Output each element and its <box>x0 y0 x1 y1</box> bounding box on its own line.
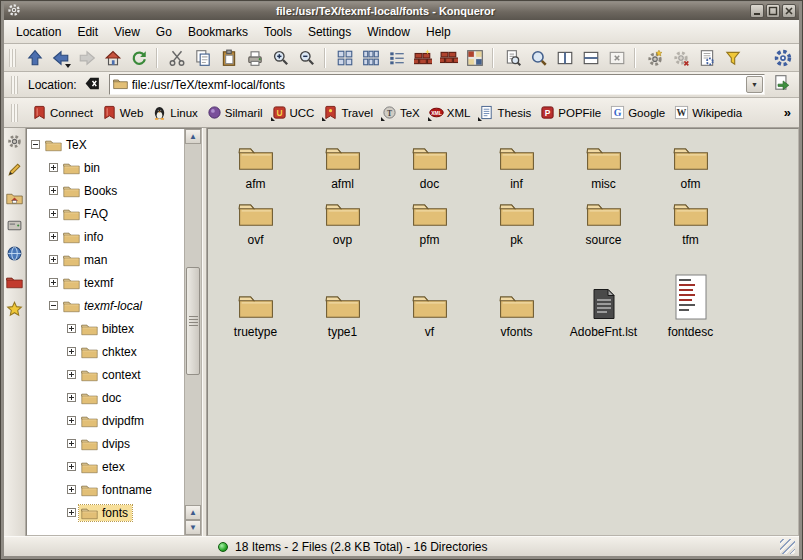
tree-item-etex[interactable]: etex <box>27 455 184 478</box>
find-file-button[interactable] <box>500 45 525 70</box>
toolbar-drag-handle[interactable] <box>11 104 18 122</box>
menu-help[interactable]: Help <box>418 21 459 43</box>
scrollbar-track[interactable] <box>185 144 201 505</box>
menu-view[interactable]: View <box>106 21 148 43</box>
bookmarks-overflow-chevron[interactable]: » <box>782 105 793 120</box>
copy-button[interactable] <box>190 45 215 70</box>
font-size-up-button[interactable] <box>410 45 435 70</box>
folder-item-vfonts[interactable]: vfonts <box>473 247 560 339</box>
bookmark-wikipedia[interactable]: WWikipedia <box>674 105 742 120</box>
folder-item-misc[interactable]: misc <box>560 135 647 191</box>
menu-settings[interactable]: Settings <box>300 21 359 43</box>
scroll-up-button[interactable]: ▲ <box>185 505 201 520</box>
paste-button[interactable] <box>216 45 241 70</box>
bookmark-tools-button[interactable] <box>642 45 667 70</box>
bookmark-google[interactable]: GGoogle <box>610 105 665 120</box>
tree-item-man[interactable]: man <box>27 248 184 271</box>
multicolumn-view-button[interactable] <box>358 45 383 70</box>
expand-plus-icon[interactable] <box>67 416 76 425</box>
expand-plus-icon[interactable] <box>49 255 58 264</box>
tree-item-info[interactable]: info <box>27 225 184 248</box>
sidebar-tab-devices[interactable] <box>6 218 24 236</box>
clear-location-button[interactable] <box>82 74 104 96</box>
file-item-adobefnt.lst[interactable]: AdobeFnt.lst <box>560 247 647 339</box>
up-button[interactable] <box>22 45 47 70</box>
expand-plus-icon[interactable] <box>49 232 58 241</box>
folder-item-source[interactable]: source <box>560 191 647 247</box>
folder-item-pfm[interactable]: pfm <box>386 191 473 247</box>
print-button[interactable] <box>242 45 267 70</box>
menu-go[interactable]: Go <box>148 21 180 43</box>
menu-location[interactable]: Location <box>8 21 69 43</box>
bookmark-connect[interactable]: Connect <box>32 105 93 120</box>
expand-plus-icon[interactable] <box>67 508 76 517</box>
expand-plus-icon[interactable] <box>67 347 76 356</box>
folder-item-type1[interactable]: type1 <box>299 247 386 339</box>
tree-item-bibtex[interactable]: bibtex <box>27 317 184 340</box>
expand-plus-icon[interactable] <box>67 462 76 471</box>
folder-item-truetype[interactable]: truetype <box>212 247 299 339</box>
remove-view-button[interactable] <box>604 45 629 70</box>
location-input[interactable] <box>132 76 742 93</box>
sidebar-tab-bookmarks[interactable] <box>6 302 24 320</box>
home-button[interactable] <box>100 45 125 70</box>
split-left-right-button[interactable] <box>552 45 577 70</box>
bookmark-silmaril[interactable]: Silmaril <box>207 105 263 120</box>
expand-plus-icon[interactable] <box>49 186 58 195</box>
bookmark-tex[interactable]: TTeX <box>382 105 420 120</box>
sidebar-tab-home-directory[interactable] <box>6 190 24 208</box>
zoom-out-button[interactable] <box>294 45 319 70</box>
tree-item-chktex[interactable]: chktex <box>27 340 184 363</box>
tree-item-faq[interactable]: FAQ <box>27 202 184 225</box>
collapse-minus-icon[interactable] <box>31 140 40 149</box>
combo-dropdown-button[interactable]: ▼ <box>746 76 763 93</box>
expand-plus-icon[interactable] <box>67 393 76 402</box>
folder-item-ofm[interactable]: ofm <box>647 135 734 191</box>
tree-item-dvips[interactable]: dvips <box>27 432 184 455</box>
file-item-fontdesc[interactable]: fontdesc <box>647 247 734 339</box>
go-button[interactable] <box>770 73 793 96</box>
folder-item-ovf[interactable]: ovf <box>212 191 299 247</box>
tree-item-texmf-local[interactable]: texmf-local <box>27 294 184 317</box>
reload-button[interactable] <box>126 45 151 70</box>
toolbar-drag-handle[interactable] <box>9 49 16 67</box>
bookmark-popfile[interactable]: PPOPFile <box>540 105 601 120</box>
sidebar-tab-network[interactable] <box>6 246 24 264</box>
tree-item-fonts[interactable]: fonts <box>27 501 184 524</box>
scroll-up-button[interactable]: ▲ <box>185 129 201 144</box>
thumbnail-view-button[interactable] <box>462 45 487 70</box>
expand-plus-icon[interactable] <box>49 209 58 218</box>
folder-item-doc[interactable]: doc <box>386 135 473 191</box>
collapse-minus-icon[interactable] <box>49 301 58 310</box>
menu-bookmarks[interactable]: Bookmarks <box>180 21 256 43</box>
forward-button[interactable] <box>74 45 99 70</box>
bookmark-travel[interactable]: Travel <box>323 105 373 120</box>
folder-item-inf[interactable]: inf <box>473 135 560 191</box>
bookmark-web[interactable]: Web <box>102 105 143 120</box>
kde-throbber-button[interactable] <box>770 45 795 70</box>
view-document-button[interactable] <box>694 45 719 70</box>
minimize-button[interactable] <box>750 4 764 18</box>
menu-edit[interactable]: Edit <box>69 21 106 43</box>
icon-view-button[interactable] <box>332 45 357 70</box>
tree-item-tex[interactable]: TeX <box>27 133 184 156</box>
sidebar-tab-history[interactable] <box>6 162 24 180</box>
zoom-in-button[interactable] <box>268 45 293 70</box>
expand-plus-icon[interactable] <box>67 439 76 448</box>
back-button[interactable] <box>48 45 73 70</box>
tree-item-context[interactable]: context <box>27 363 184 386</box>
maximize-button[interactable] <box>766 4 780 18</box>
expand-plus-icon[interactable] <box>67 485 76 494</box>
detailed-list-view-button[interactable] <box>384 45 409 70</box>
folder-item-pk[interactable]: pk <box>473 191 560 247</box>
folder-item-tfm[interactable]: tfm <box>647 191 734 247</box>
cut-button[interactable] <box>164 45 189 70</box>
sidebar-tab-services[interactable] <box>6 134 24 152</box>
bookmark-thesis[interactable]: Thesis <box>479 105 531 120</box>
tree-item-books[interactable]: Books <box>27 179 184 202</box>
tree-scrollbar[interactable]: ▲ ▲ ▼ <box>184 129 201 535</box>
tree-item-bin[interactable]: bin <box>27 156 184 179</box>
menu-window[interactable]: Window <box>359 21 418 43</box>
filter-button[interactable] <box>720 45 745 70</box>
stop-animations-button[interactable] <box>668 45 693 70</box>
